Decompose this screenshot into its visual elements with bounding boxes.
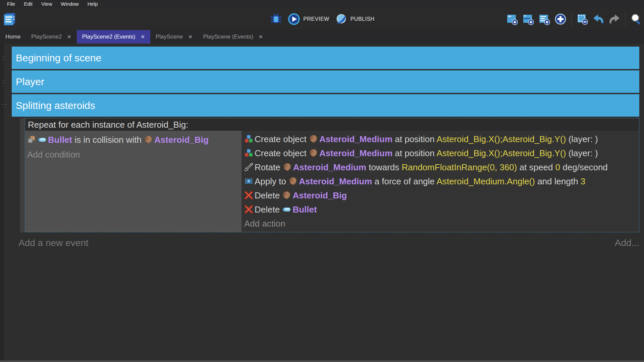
- close-icon[interactable]: ✕: [259, 34, 263, 40]
- add-condition-button[interactable]: Add condition: [27, 147, 239, 162]
- sentence-text: Delete: [255, 204, 282, 215]
- events-sheet-logo-icon: [3, 12, 16, 26]
- tab-label: PlayScene2 (Events): [82, 34, 136, 40]
- sentence-text: Create object: [255, 134, 309, 144]
- action-row[interactable]: Rotate Asteroid_Medium towards RandomFlo…: [244, 160, 636, 174]
- sheet-footer: Add a new event Add...: [0, 238, 644, 248]
- menu-view[interactable]: View: [37, 0, 56, 8]
- add-external-layout-icon[interactable]: [522, 13, 535, 25]
- tab-home[interactable]: Home: [0, 30, 26, 44]
- condition-row[interactable]: Bullet is in collision with Asteroid_Big: [27, 132, 239, 147]
- expression-value: Asteroid_Big.X();Asteroid_Big.Y(): [437, 134, 566, 144]
- object-name: Asteroid_Big: [292, 190, 347, 200]
- object-name: Asteroid_Medium: [319, 148, 392, 158]
- conditions-panel[interactable]: Bullet is in collision with Asteroid_Big…: [25, 131, 241, 232]
- group-title: Player: [16, 76, 44, 87]
- menu-edit[interactable]: Edit: [19, 0, 37, 8]
- publish-label: PUBLISH: [351, 16, 375, 22]
- tab-playscene2-events[interactable]: PlayScene2 (Events) ✕: [77, 30, 150, 44]
- redo-icon[interactable]: [608, 13, 621, 25]
- sentence-text: towards: [366, 162, 402, 172]
- sentence-text: Delete: [255, 190, 282, 200]
- events-sheet: Beginning of scene Player Splitting aste…: [0, 44, 644, 362]
- add-external-events-icon[interactable]: [538, 13, 551, 25]
- collision-icon: [27, 133, 36, 142]
- undo-icon[interactable]: [592, 13, 605, 25]
- action-row[interactable]: Delete Bullet: [244, 202, 636, 217]
- sentence-text: and length: [535, 176, 581, 186]
- delete-icon: [244, 204, 253, 213]
- group-bar[interactable]: Beginning of scene: [12, 47, 639, 69]
- object-name: Asteroid_Medium: [293, 162, 366, 172]
- tab-label: Home: [5, 34, 20, 40]
- selected-event[interactable]: Repeat for each instance of Asteroid_Big…: [25, 118, 639, 232]
- tab-label: PlayScene: [156, 34, 183, 40]
- expression-value: 0: [555, 162, 560, 172]
- event-group-splitting-asteroids: Splitting asteroids: [12, 94, 639, 117]
- remove-selection-icon[interactable]: [576, 13, 589, 25]
- event-group-beginning: Beginning of scene: [12, 47, 639, 69]
- menu-window[interactable]: Window: [56, 0, 83, 8]
- expression-value: 3: [581, 176, 585, 186]
- horizontal-scrollbar[interactable]: [0, 360, 644, 362]
- asteroid-icon: [283, 162, 292, 171]
- tab-playscene-events[interactable]: PlayScene (Events) ✕: [198, 30, 268, 44]
- preview-button[interactable]: PREVIEW: [287, 13, 329, 25]
- repeat-event-header[interactable]: Repeat for each instance of Asteroid_Big…: [25, 118, 639, 131]
- tab-bar: Home PlayScene2 ✕ PlayScene2 (Events) ✕ …: [0, 30, 644, 44]
- action-row[interactable]: Create object Asteroid_Medium at positio…: [244, 146, 636, 160]
- bullet-icon: [282, 204, 291, 213]
- action-row[interactable]: Apply to Asteroid_Medium a force of angl…: [244, 174, 636, 188]
- add-action-button[interactable]: Add action: [244, 217, 636, 231]
- sentence-text: at position: [392, 148, 437, 158]
- sentence-text: at position: [392, 134, 437, 144]
- action-row[interactable]: Create object Asteroid_Medium at positio…: [244, 132, 636, 146]
- preview-label: PREVIEW: [303, 16, 329, 22]
- object-name: Asteroid_Medium: [319, 134, 392, 144]
- expand-arrow-icon[interactable]: [2, 103, 7, 108]
- rotate-icon: [244, 162, 253, 171]
- create-object-icon: [244, 133, 253, 142]
- tab-playscene2[interactable]: PlayScene2 ✕: [26, 30, 76, 44]
- group-bar[interactable]: Player: [12, 70, 639, 93]
- add-scene-icon[interactable]: [506, 13, 519, 25]
- sentence-text: a force of angle: [372, 176, 436, 186]
- group-title: Beginning of scene: [16, 52, 101, 64]
- event-indent-strip: [20, 118, 25, 232]
- publish-button[interactable]: PUBLISH: [335, 13, 375, 25]
- toolbar-separator: [625, 12, 626, 26]
- close-icon[interactable]: ✕: [188, 34, 193, 40]
- tab-label: PlayScene (Events): [203, 34, 253, 40]
- asteroid-icon: [282, 190, 291, 199]
- asteroid-icon: [309, 147, 318, 157]
- delete-icon: [244, 190, 253, 199]
- expression-value: Asteroid_Big.X();Asteroid_Big.Y(): [437, 148, 566, 158]
- add-extension-icon[interactable]: [554, 13, 567, 25]
- sentence-text: Apply to: [255, 176, 288, 186]
- menu-file[interactable]: File: [3, 0, 19, 8]
- collapse-arrow-icon[interactable]: [2, 56, 7, 60]
- add-new-event-button[interactable]: Add a new event: [18, 238, 89, 248]
- action-row[interactable]: Delete Asteroid_Big: [244, 188, 636, 202]
- group-bar[interactable]: Splitting asteroids: [12, 94, 639, 117]
- close-icon[interactable]: ✕: [141, 34, 145, 40]
- menu-help[interactable]: Help: [83, 0, 102, 8]
- menu-bar: File Edit View Window Help: [0, 0, 644, 8]
- collapse-arrow-icon[interactable]: [2, 79, 7, 84]
- group-title: Splitting asteroids: [16, 100, 95, 111]
- search-icon[interactable]: [630, 13, 643, 25]
- object-name: Asteroid_Big: [154, 135, 209, 145]
- add-more-button[interactable]: Add...: [615, 238, 639, 248]
- toolbar: PREVIEW PUBLISH: [0, 8, 644, 30]
- sentence-text: at speed: [517, 162, 555, 172]
- tab-label: PlayScene2: [31, 34, 62, 40]
- tab-playscene[interactable]: PlayScene ✕: [150, 30, 198, 44]
- actions-panel[interactable]: Create object Asteroid_Medium at positio…: [241, 131, 639, 232]
- asteroid-icon: [309, 133, 318, 142]
- preview-play-icon: [287, 13, 300, 25]
- asteroid-icon: [288, 176, 298, 185]
- close-icon[interactable]: ✕: [67, 34, 71, 40]
- sentence-text: Create object: [255, 148, 309, 158]
- object-name: Bullet: [292, 204, 317, 215]
- debug-icon[interactable]: [269, 13, 282, 25]
